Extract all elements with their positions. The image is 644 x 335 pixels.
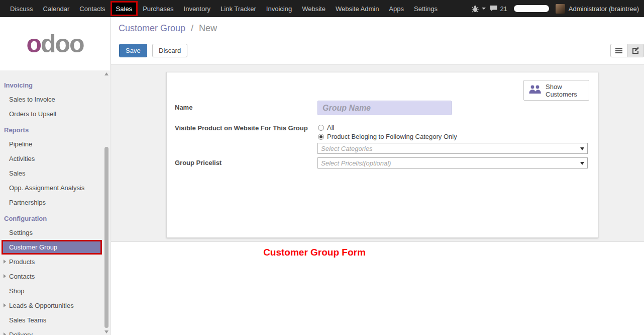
- group-name-input[interactable]: [317, 101, 452, 115]
- section-heading-invoicing: Invoicing: [0, 76, 110, 92]
- save-button[interactable]: Save: [119, 44, 147, 57]
- pricelist-select[interactable]: Select Pricelist(optional): [317, 157, 588, 169]
- categories-placeholder: Select Categories: [321, 145, 373, 152]
- annotation-caption: Customer Group Form: [201, 247, 427, 258]
- sidebar-item-label: Delivery: [9, 331, 33, 335]
- sidebar-item-sales-to-invoice[interactable]: Sales to Invoice: [0, 92, 110, 107]
- sidebar-item-label: Contacts: [9, 273, 35, 280]
- breadcrumb-current-new: New: [199, 23, 217, 33]
- main-area: Customer Group / New Save Discard: [111, 17, 644, 335]
- dropdown-caret-icon: [580, 162, 584, 165]
- sidebar-item-opp-assignment-analysis[interactable]: Opp. Assignment Analysis: [0, 181, 110, 195]
- name-label: Name: [175, 104, 192, 111]
- visibility-label: Visible Product on Website For This Grou…: [175, 124, 308, 132]
- menu-sales[interactable]: Sales: [111, 1, 138, 16]
- menu-website-admin[interactable]: Website Admin: [331, 0, 384, 17]
- menu-settings[interactable]: Settings: [409, 0, 443, 17]
- dropdown-caret-icon: [580, 147, 584, 150]
- top-navbar: Discuss Calendar Contacts Sales Purchase…: [0, 0, 644, 17]
- below-form-area: Customer Group Form: [111, 242, 644, 335]
- discard-button[interactable]: Discard: [152, 44, 187, 57]
- menu-website[interactable]: Website: [297, 0, 331, 17]
- sidebar-menu: Invoicing Sales to Invoice Orders to Ups…: [0, 70, 110, 335]
- customers-people-icon: [528, 84, 542, 97]
- sidebar-item-contacts[interactable]: Contacts: [0, 269, 110, 284]
- radio-unchecked-icon: [318, 125, 324, 131]
- sidebar-item-leads-opportunities[interactable]: Leads & Opportunities: [0, 298, 110, 313]
- menu-apps[interactable]: Apps: [384, 0, 409, 17]
- sidebar-item-shop[interactable]: Shop: [0, 284, 110, 298]
- sidebar-item-customer-group[interactable]: Customer Group: [2, 240, 102, 255]
- show-customers-button[interactable]: Show Customers: [523, 80, 589, 101]
- sidebar-item-pipeline[interactable]: Pipeline: [0, 137, 110, 151]
- sidebar-item-activities[interactable]: Activities: [0, 151, 110, 166]
- sidebar-item-sales[interactable]: Sales: [0, 166, 110, 181]
- record-action-buttons: Save Discard: [119, 44, 187, 57]
- show-customers-label: Show Customers: [546, 83, 580, 98]
- form-view-button[interactable]: [627, 44, 644, 57]
- customer-group-form-sheet: Show Customers Name Visible Product on W…: [166, 72, 598, 238]
- scroll-up-arrow-icon[interactable]: [104, 72, 109, 75]
- odoo-app-window: Discuss Calendar Contacts Sales Purchase…: [0, 0, 644, 335]
- sidebar-item-sales-teams[interactable]: Sales Teams: [0, 313, 110, 327]
- chevron-right-icon: [4, 303, 6, 307]
- menu-purchases[interactable]: Purchases: [138, 0, 178, 17]
- chevron-right-icon: [4, 260, 6, 264]
- breadcrumb-separator: /: [191, 23, 193, 33]
- main-menu: Discuss Calendar Contacts Sales Purchase…: [0, 0, 443, 17]
- sidebar-item-delivery[interactable]: Delivery: [0, 327, 110, 335]
- radio-option-category-label: Product Beloging to Following Category O…: [327, 133, 457, 140]
- list-icon: [615, 47, 622, 54]
- sidebar-scrollbar: [103, 71, 110, 335]
- breadcrumb-customer-group-link[interactable]: Customer Group: [119, 23, 185, 33]
- radio-option-category[interactable]: Product Beloging to Following Category O…: [318, 133, 457, 140]
- user-avatar[interactable]: [556, 4, 565, 14]
- scrollbar-thumb[interactable]: [104, 147, 109, 328]
- sidebar-item-label: Products: [9, 258, 35, 266]
- logo-rest-letters: doo: [41, 30, 84, 58]
- categories-select[interactable]: Select Categories: [317, 143, 588, 154]
- menu-invoicing[interactable]: Invoicing: [261, 0, 297, 17]
- messages-bubble-icon[interactable]: [489, 5, 498, 12]
- pricelist-label: Group Pricelist: [175, 159, 222, 166]
- menu-contacts[interactable]: Contacts: [74, 0, 110, 17]
- menu-discuss[interactable]: Discuss: [5, 0, 38, 17]
- view-switcher: [610, 44, 644, 57]
- scroll-down-arrow-icon[interactable]: [104, 330, 109, 333]
- sidebar-item-products[interactable]: Products: [0, 255, 110, 269]
- debug-bug-icon[interactable]: [471, 5, 479, 13]
- odoo-logo[interactable]: odoo: [26, 31, 83, 56]
- sidebar-item-settings[interactable]: Settings: [0, 225, 110, 240]
- form-view-container: Show Customers Name Visible Product on W…: [111, 64, 644, 242]
- timer-widget: [514, 5, 549, 12]
- list-view-button[interactable]: [610, 44, 627, 57]
- logo-area: odoo: [0, 17, 110, 70]
- edit-form-icon: [632, 46, 639, 55]
- chevron-right-icon: [4, 274, 6, 278]
- radio-option-all-label: All: [327, 124, 334, 131]
- debug-caret-down-icon[interactable]: [482, 8, 486, 10]
- menu-inventory[interactable]: Inventory: [179, 0, 216, 17]
- breadcrumb: Customer Group / New: [119, 23, 217, 34]
- sidebar-item-orders-to-upsell[interactable]: Orders to Upsell: [0, 107, 110, 121]
- section-heading-configuration: Configuration: [0, 210, 110, 225]
- sidebar: odoo Invoicing Sales to Invoice Orders t…: [0, 17, 111, 335]
- menu-calendar[interactable]: Calendar: [38, 0, 75, 17]
- radio-checked-icon: [318, 134, 324, 140]
- chevron-right-icon: [4, 332, 6, 335]
- sidebar-item-label: Leads & Opportunities: [9, 302, 74, 309]
- pricelist-placeholder: Select Pricelist(optional): [321, 159, 391, 167]
- radio-option-all[interactable]: All: [318, 124, 334, 131]
- logo-first-letter: o: [26, 30, 41, 58]
- control-panel: Customer Group / New Save Discard: [111, 17, 644, 64]
- messages-count: 21: [500, 5, 507, 13]
- menu-link-tracker[interactable]: Link Tracker: [216, 0, 261, 17]
- section-heading-reports: Reports: [0, 121, 110, 137]
- topbar-right-controls: 21 Administrator (braintree): [471, 4, 644, 14]
- sidebar-item-partnerships[interactable]: Partnerships: [0, 195, 110, 210]
- user-menu[interactable]: Administrator (braintree): [569, 5, 639, 13]
